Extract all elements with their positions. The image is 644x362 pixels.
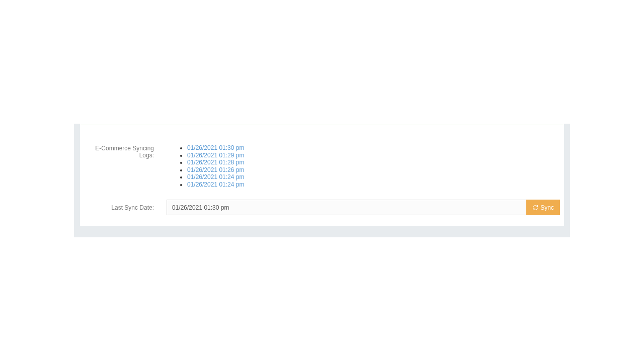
- sync-button[interactable]: Sync: [526, 200, 560, 215]
- last-sync-label: Last Sync Date:: [80, 204, 154, 211]
- list-item: 01/26/2021 01:24 pm: [187, 181, 560, 189]
- syncing-logs-label: E-Commerce Syncing Logs:: [80, 144, 154, 159]
- sync-panel: E-Commerce Syncing Logs: 01/26/2021 01:3…: [80, 124, 564, 226]
- syncing-logs-row: E-Commerce Syncing Logs: 01/26/2021 01:3…: [80, 144, 564, 188]
- last-sync-row: Last Sync Date: Sync: [80, 200, 564, 215]
- success-bar: [80, 125, 564, 125]
- log-link[interactable]: 01/26/2021 01:24 pm: [187, 181, 244, 188]
- list-item: 01/26/2021 01:24 pm: [187, 173, 560, 181]
- log-link[interactable]: 01/26/2021 01:28 pm: [187, 159, 244, 166]
- log-link[interactable]: 01/26/2021 01:30 pm: [187, 144, 244, 151]
- last-sync-input-group: Sync: [167, 200, 560, 215]
- log-link[interactable]: 01/26/2021 01:26 pm: [187, 166, 244, 173]
- log-link[interactable]: 01/26/2021 01:24 pm: [187, 173, 244, 180]
- log-list: 01/26/2021 01:30 pm 01/26/2021 01:29 pm …: [167, 144, 560, 188]
- list-item: 01/26/2021 01:29 pm: [187, 152, 560, 159]
- last-sync-input[interactable]: [167, 200, 526, 215]
- list-item: 01/26/2021 01:26 pm: [187, 166, 560, 174]
- page-background: E-Commerce Syncing Logs: 01/26/2021 01:3…: [74, 124, 570, 237]
- sync-button-label: Sync: [540, 204, 554, 211]
- list-item: 01/26/2021 01:28 pm: [187, 159, 560, 166]
- refresh-icon: [532, 205, 538, 211]
- log-link[interactable]: 01/26/2021 01:29 pm: [187, 152, 244, 159]
- syncing-logs-content: 01/26/2021 01:30 pm 01/26/2021 01:29 pm …: [154, 144, 560, 188]
- list-item: 01/26/2021 01:30 pm: [187, 144, 560, 152]
